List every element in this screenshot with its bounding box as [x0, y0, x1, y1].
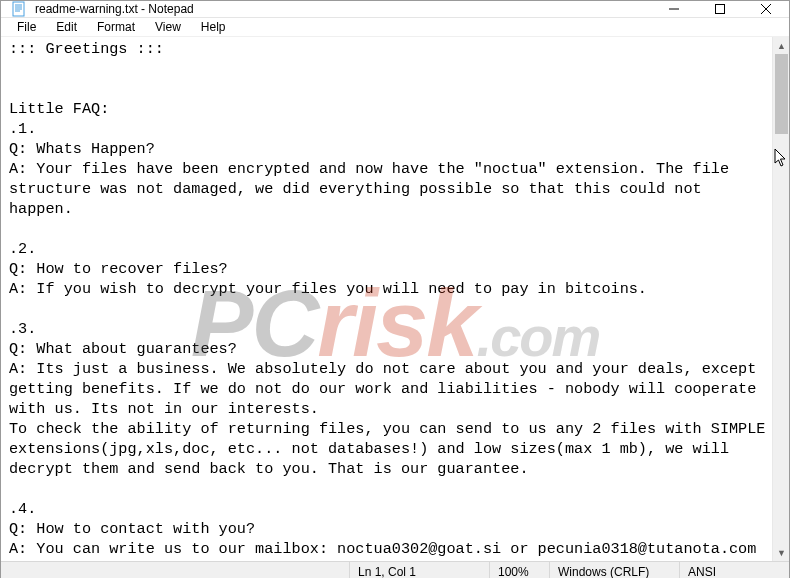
status-spacer	[1, 562, 349, 578]
scroll-up-arrow-icon[interactable]: ▲	[773, 37, 790, 54]
menu-help[interactable]: Help	[191, 18, 236, 36]
menu-format[interactable]: Format	[87, 18, 145, 36]
menubar: File Edit Format View Help	[1, 18, 789, 37]
titlebar[interactable]: readme-warning.txt - Notepad	[1, 1, 789, 18]
text-editor[interactable]: ::: Greetings ::: Little FAQ: .1. Q: Wha…	[1, 37, 772, 561]
close-button[interactable]	[743, 1, 789, 17]
notepad-icon	[11, 1, 27, 17]
status-position: Ln 1, Col 1	[349, 562, 489, 578]
notepad-window: readme-warning.txt - Notepad File Edit F…	[0, 0, 790, 578]
minimize-button[interactable]	[651, 1, 697, 17]
menu-edit[interactable]: Edit	[46, 18, 87, 36]
vertical-scrollbar[interactable]: ▲ ▼	[772, 37, 789, 561]
scroll-down-arrow-icon[interactable]: ▼	[773, 544, 790, 561]
window-title: readme-warning.txt - Notepad	[35, 2, 651, 16]
status-encoding: ANSI	[679, 562, 789, 578]
statusbar: Ln 1, Col 1 100% Windows (CRLF) ANSI	[1, 561, 789, 578]
editor-area: ::: Greetings ::: Little FAQ: .1. Q: Wha…	[1, 37, 789, 561]
menu-file[interactable]: File	[7, 18, 46, 36]
window-controls	[651, 1, 789, 17]
menu-view[interactable]: View	[145, 18, 191, 36]
status-line-ending: Windows (CRLF)	[549, 562, 679, 578]
status-zoom: 100%	[489, 562, 549, 578]
svg-rect-6	[716, 5, 725, 14]
maximize-button[interactable]	[697, 1, 743, 17]
scroll-thumb[interactable]	[775, 54, 788, 134]
